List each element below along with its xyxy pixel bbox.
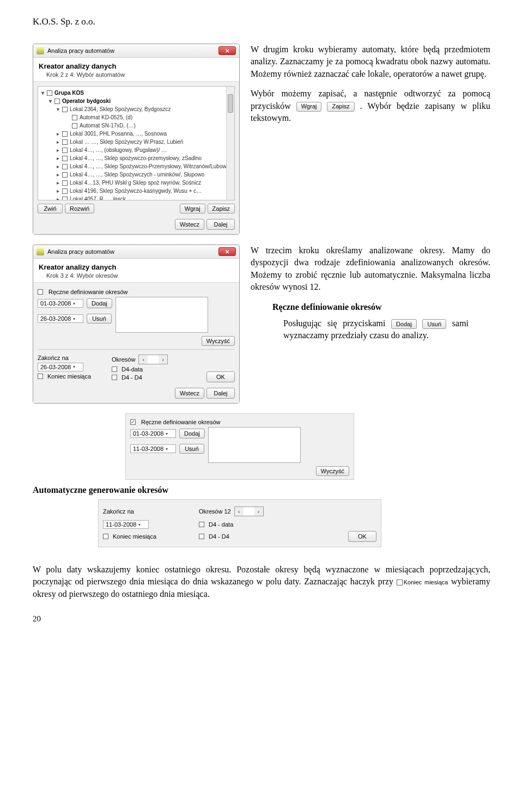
checkbox-icon [397, 579, 403, 585]
d4-data-checkbox[interactable]: D4-data [112, 366, 203, 373]
auto-panel: Zakończ na Okresów 12 ‹ › 11-03-2008▾ D4… [98, 499, 381, 547]
wizard-title: Kreator analizy danych [39, 62, 234, 70]
d4-d4-checkbox[interactable]: D4 - D4 [112, 374, 203, 381]
app-icon [37, 47, 44, 54]
paragraph: W drugim kroku wybieramy automaty, które… [251, 44, 490, 80]
label-end-on: Zakończ na [38, 355, 108, 361]
app-icon [37, 248, 44, 255]
add-button[interactable]: Dodaj [179, 429, 205, 438]
clear-button[interactable]: Wyczyść [202, 336, 235, 346]
tree-item[interactable]: Lokal 4…13, PHU Wskł g Sklep spoż rwynów… [70, 180, 201, 186]
date-input-end[interactable]: 11-03-2008▾ [103, 520, 149, 529]
back-button[interactable]: Wstecz [175, 388, 204, 399]
periods-spinner[interactable]: ‹ › [138, 355, 168, 364]
periods-list[interactable] [115, 297, 208, 333]
remove-button[interactable]: Usuń [179, 444, 204, 454]
date-input-end[interactable]: 26-03-2008▾ [38, 363, 83, 371]
paragraph: W trzecim kroku określamy analizowane ok… [251, 245, 490, 294]
automat-tree[interactable]: ▾Grupa KOS ▾Operator bydgoski ▾Lokal 236… [38, 86, 235, 200]
heading-auto: Automatyczne generowanie okresów [33, 485, 490, 495]
window-title: Analiza pracy automatów [47, 47, 218, 54]
page-number: 20 [33, 614, 490, 624]
add-button[interactable]: Dodaj [87, 298, 112, 308]
ok-button[interactable]: OK [348, 531, 376, 542]
add-button-inline[interactable]: Dodaj [391, 319, 417, 329]
label-periods: Okresów 12 [199, 508, 231, 515]
wizard-step: Krok 2 z 4: Wybór automatów [46, 71, 234, 78]
d4-data-checkbox[interactable]: D4 - data [199, 521, 233, 528]
label-periods: Okresów [112, 356, 135, 363]
load-button[interactable]: Wgraj [180, 204, 205, 213]
back-button[interactable]: Wstecz [175, 219, 204, 230]
tree-item[interactable]: Lokal 4…, …, Sklep Spożywczo-Przemysłowy… [70, 163, 229, 169]
titlebar: Analiza pracy automatów ✕ [33, 44, 239, 58]
heading-manual: Ręczne definiowanie okresów [272, 301, 490, 313]
tree-item[interactable]: Lokal 4057, R …, łasck [70, 196, 126, 200]
tree-item[interactable]: Lokal 4196, Sklep Spożywczo-kasnygwdy, W… [70, 188, 202, 194]
next-button[interactable]: Dalej [206, 388, 235, 399]
manual-panel: Ręczne definiowanie okresów 01-03-2008▾ … [125, 413, 354, 480]
date-input[interactable]: 26-03-2008▾ [38, 314, 83, 323]
label-end-on: Zakończ na [103, 508, 196, 515]
date-input[interactable]: 01-03-2008▾ [38, 299, 83, 308]
collapse-button[interactable]: Zwiń [38, 204, 63, 213]
next-button[interactable]: Dalej [206, 219, 235, 230]
periods-list[interactable] [208, 427, 301, 463]
manual-define-checkbox[interactable]: Ręczne definiowanie okresów [38, 289, 235, 295]
remove-button[interactable]: Usuń [87, 314, 112, 323]
paragraph: W polu daty wskazujemy koniec ostatniego… [33, 564, 490, 600]
tree-item[interactable]: Lokal 2364, Sklep Spożywczy, Bydgoszcz [70, 106, 171, 112]
wizard-step: Krok 3 z 4: Wybór okresów [46, 272, 234, 279]
tree-item[interactable]: Automat KD-0525, (d) [80, 114, 132, 120]
paragraph: Wybór możemy zapisać, a następnie odtwor… [251, 88, 490, 124]
wizard-window-step3: Analiza pracy automatów ✕ Kreator analiz… [33, 245, 240, 404]
remove-button-inline[interactable]: Usuń [422, 319, 446, 329]
tree-operator[interactable]: Operator bydgoski [62, 98, 111, 104]
d4-d4-checkbox[interactable]: D4 - D4 [199, 533, 229, 540]
load-button-inline[interactable]: Wgraj [296, 102, 322, 112]
tree-item[interactable]: Lokal 4…, …, Sklep Spożywczych - urninkó… [70, 172, 204, 178]
manual-define-checkbox[interactable]: Ręczne definiowanie okresów [130, 419, 349, 425]
tree-item[interactable]: Lokal 3001, PHL Posanna, …, Sosnowa [70, 131, 167, 137]
close-icon[interactable]: ✕ [218, 46, 236, 55]
save-button[interactable]: Zapisz [208, 204, 235, 213]
tree-item[interactable]: Lokal 4…, …, Sklep spożywczo-przemysłowy… [70, 155, 202, 161]
date-input[interactable]: 01-03-2008▾ [130, 429, 176, 438]
expand-button[interactable]: Rozwiń [65, 204, 94, 213]
ok-button[interactable]: OK [206, 371, 235, 382]
date-input[interactable]: 11-03-2008▾ [130, 444, 176, 453]
wizard-title: Kreator analizy danych [39, 263, 234, 271]
window-title: Analiza pracy automatów [47, 248, 218, 255]
wizard-window-step2: Analiza pracy automatów ✕ Kreator analiz… [33, 44, 240, 235]
scrollbar[interactable] [226, 87, 234, 200]
save-button-inline[interactable]: Zapisz [327, 102, 354, 112]
company-name: K.O.S. Sp. z o.o. [33, 16, 490, 27]
tree-item[interactable]: Automat SN-17xD, (…) [80, 123, 136, 129]
tree-item[interactable]: Lokal … …, Sklep Spożywczy W.Prasz, Lubi… [70, 139, 183, 145]
periods-spinner[interactable]: ‹ › [234, 506, 264, 516]
titlebar: Analiza pracy automatów ✕ [33, 245, 239, 259]
tree-item[interactable]: Lokal 4…, …, (obsługowy, tPugsław)/ … [70, 147, 167, 153]
end-of-month-checkbox[interactable]: Koniec miesiąca [38, 373, 108, 380]
clear-button[interactable]: Wyczyść [316, 466, 349, 476]
end-of-month-checkbox[interactable]: Koniec miesiąca [103, 533, 196, 540]
close-icon[interactable]: ✕ [218, 247, 236, 256]
paragraph: Posługując się przyciskami Dodaj Usuń sa… [283, 318, 469, 342]
tree-root[interactable]: Grupa KOS [54, 90, 84, 96]
